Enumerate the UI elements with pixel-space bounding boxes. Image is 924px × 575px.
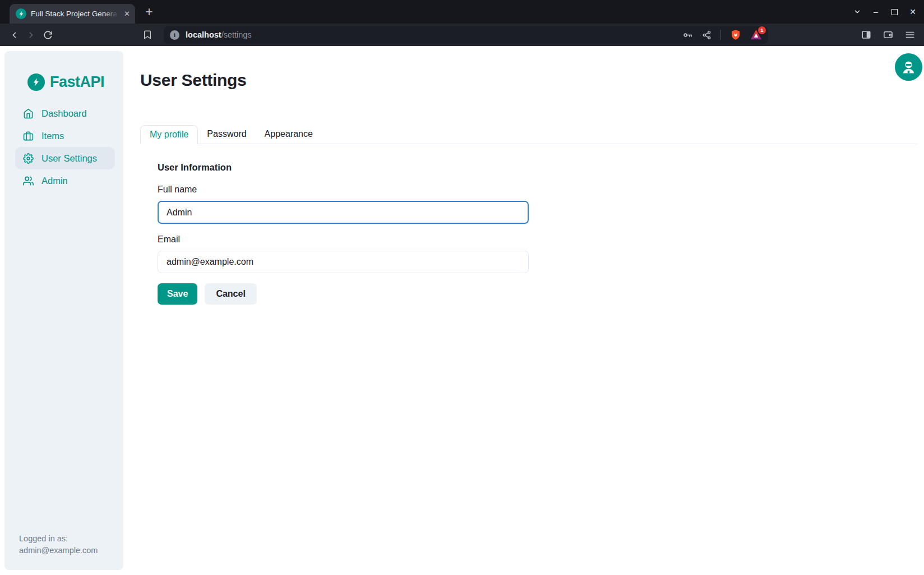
bookmark-icon[interactable] [139, 26, 156, 43]
form-actions: Save Cancel [158, 283, 257, 305]
sidebar-item-dashboard[interactable]: Dashboard [15, 102, 115, 125]
sidebar-item-user-settings[interactable]: User Settings [15, 147, 115, 169]
sidebar-item-items[interactable]: Items [15, 125, 115, 147]
logged-in-label: Logged in as: [19, 533, 98, 545]
rewards-badge: 1 [758, 26, 766, 34]
email-label: Email [158, 234, 180, 245]
tab-appearance[interactable]: Appearance [256, 125, 322, 144]
reload-icon[interactable] [39, 26, 56, 43]
window-close-icon[interactable]: ✕ [908, 7, 917, 16]
browser-toolbar: i localhost /settings [0, 24, 924, 46]
browser-window: Full Stack Project Genera ✕ + – ✕ [0, 0, 924, 46]
sidebar-item-label: Dashboard [41, 108, 87, 119]
tab-my-profile[interactable]: My profile [140, 125, 198, 144]
minimize-icon[interactable]: – [871, 7, 880, 16]
back-icon[interactable] [6, 26, 22, 43]
cancel-button[interactable]: Cancel [205, 283, 256, 305]
user-information-form: User Information Full name Email Save Ca… [158, 162, 529, 305]
info-icon[interactable]: i [170, 30, 179, 40]
email-input[interactable] [158, 251, 529, 273]
browser-tab[interactable]: Full Stack Project Genera ✕ [10, 4, 135, 24]
toolbar-divider [720, 30, 721, 40]
sidebar-nav: Dashboard Items User Settings Admin [15, 102, 115, 192]
tab-title-fade [104, 4, 121, 24]
logged-in-as: Logged in as: admin@example.com [19, 533, 98, 556]
logged-in-email: admin@example.com [19, 545, 98, 556]
users-icon [23, 176, 34, 186]
fastapi-bolt-icon [16, 8, 26, 19]
url-host: localhost [186, 30, 221, 39]
tab-strip: Full Stack Project Genera ✕ + – ✕ [0, 0, 924, 24]
tab-search-chevron-icon[interactable] [853, 7, 862, 16]
url-bar[interactable]: i localhost /settings [164, 26, 768, 44]
section-title: User Information [158, 162, 232, 173]
key-icon[interactable] [682, 30, 693, 40]
gear-icon [23, 153, 34, 164]
fastapi-bolt-icon [27, 73, 45, 91]
tab-password[interactable]: Password [198, 125, 255, 144]
url-path: /settings [221, 30, 252, 39]
sidebar-item-label: Items [41, 131, 64, 141]
logo-text: FastAPI [50, 73, 104, 91]
wallet-icon[interactable] [883, 30, 893, 40]
main-content: User Settings My profile Password Appear… [140, 46, 918, 575]
brave-shield-icon[interactable] [730, 29, 741, 40]
close-tab-icon[interactable]: ✕ [124, 10, 130, 17]
settings-tabs: My profile Password Appearance [140, 125, 918, 144]
sidebar-item-label: Admin [41, 176, 68, 186]
briefcase-icon [23, 131, 34, 141]
sidebar-item-admin[interactable]: Admin [15, 169, 115, 192]
fastapi-logo[interactable]: FastAPI [27, 73, 104, 91]
full-name-input[interactable] [158, 201, 529, 224]
maximize-icon[interactable] [890, 7, 899, 16]
page-title: User Settings [140, 71, 247, 90]
new-tab-icon[interactable]: + [140, 3, 158, 21]
app-page: FastAPI Dashboard Items User Settings [0, 46, 924, 575]
share-icon[interactable] [702, 30, 712, 40]
window-controls: – ✕ [853, 0, 917, 24]
sidebar-item-label: User Settings [41, 153, 97, 164]
save-button[interactable]: Save [158, 283, 197, 305]
forward-icon[interactable] [22, 26, 39, 43]
brave-rewards-icon[interactable]: 1 [750, 29, 762, 40]
sidebar-panel-icon[interactable] [861, 30, 871, 40]
menu-icon[interactable] [905, 30, 915, 40]
full-name-label: Full name [158, 185, 197, 195]
sidebar: FastAPI Dashboard Items User Settings [4, 51, 123, 570]
home-icon [23, 108, 34, 119]
